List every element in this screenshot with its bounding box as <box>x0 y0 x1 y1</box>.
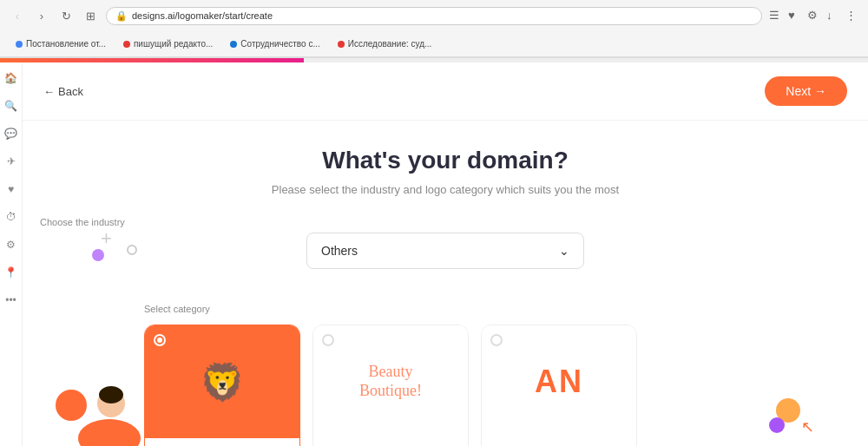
nav-back-btn[interactable]: ‹ <box>9 7 26 24</box>
card-img-icon: 🦁 <box>145 325 299 438</box>
deco-circle-purple2 <box>769 417 785 433</box>
tab-label-4: Исследование: суд... <box>348 39 432 49</box>
category-card-icon[interactable]: 🦁 Icon An easy to remember shape in the … <box>144 325 300 446</box>
sidebar: 🏠 🔍 💬 ✈ ♥ ⏱ ⚙ 📍 ••• <box>0 62 23 446</box>
person-svg <box>75 369 144 446</box>
back-button[interactable]: ← Back <box>43 85 83 98</box>
card-img-name: BeautyBoutique! <box>313 325 468 438</box>
url-bar[interactable]: 🔒 designs.ai/logomaker/start/create <box>106 7 762 25</box>
tab-dot-2 <box>123 41 130 48</box>
sidebar-icon-heart[interactable]: ♥ <box>3 180 20 198</box>
page-header: ← Back Next → <box>23 62 868 121</box>
domain-section: What's your domain? Please select the in… <box>23 121 868 304</box>
tabs-bar: Постановление от... пишущий редакто... С… <box>0 31 868 57</box>
sidebar-icon-settings[interactable]: ⚙ <box>3 236 20 253</box>
initial-text: AN <box>535 364 583 400</box>
lock-icon: 🔒 <box>115 10 128 22</box>
lion-icon: 🦁 <box>200 361 245 403</box>
browser-icon-5[interactable]: ⋮ <box>845 9 859 23</box>
main-content: ← Back Next → What's your domain? Please… <box>23 62 868 446</box>
deco-circle-hollow <box>127 245 137 255</box>
card-radio-icon <box>154 334 166 346</box>
deco-plus-1: + <box>101 227 112 250</box>
person-figure <box>75 369 144 446</box>
tab-label-3: Сотрудничество с... <box>240 39 319 49</box>
tab-label-2: пишущий редакто... <box>134 39 213 49</box>
radio-inner <box>157 338 162 343</box>
tab-label-1: Постановление от... <box>26 39 106 49</box>
url-text: designs.ai/logomaker/start/create <box>132 10 273 21</box>
sidebar-icon-location[interactable]: 📍 <box>3 264 20 281</box>
page-title: What's your domain? <box>322 147 569 174</box>
industry-value: Others <box>321 244 358 258</box>
tab-dot-1 <box>16 41 23 48</box>
tab-1[interactable]: Постановление от... <box>9 37 113 50</box>
card-radio-initial <box>490 334 503 346</box>
browser-top-bar: ‹ › ↻ ⊞ 🔒 designs.ai/logomaker/start/cre… <box>0 0 868 31</box>
sidebar-icon-search[interactable]: 🔍 <box>3 97 20 115</box>
nav-grid-btn[interactable]: ⊞ <box>82 7 99 24</box>
tab-dot-3 <box>230 41 237 48</box>
nav-refresh-btn[interactable]: ↻ <box>57 7 75 24</box>
tab-4[interactable]: Исследование: суд... <box>331 37 439 50</box>
deco-circle-purple <box>92 249 104 261</box>
industry-dropdown[interactable]: Others ⌄ <box>306 233 584 269</box>
card-radio-name <box>322 334 334 346</box>
browser-icons: ☰ ♥ ⚙ ↓ ⋮ <box>769 9 859 23</box>
category-card-name[interactable]: BeautyBoutique! Name Your company name a… <box>312 325 469 446</box>
card-body-initial: Initial Initials as the main element of … <box>482 438 636 446</box>
page-subtitle: Please select the industry and logo cate… <box>272 183 619 196</box>
category-section: Select category 🦁 Icon An easy to rememb… <box>23 304 868 446</box>
browser-icon-2[interactable]: ♥ <box>788 9 802 23</box>
sidebar-icon-clock[interactable]: ⏱ <box>3 208 20 226</box>
browser-icon-4[interactable]: ↓ <box>826 9 840 23</box>
dropdown-chevron-icon: ⌄ <box>559 244 569 258</box>
browser-icon-3[interactable]: ⚙ <box>807 9 821 23</box>
category-cards: 🦁 Icon An easy to remember shape in the … <box>144 325 851 446</box>
svg-point-2 <box>99 386 123 403</box>
industry-label: Choose the industry <box>40 217 318 227</box>
back-label: Back <box>58 85 83 98</box>
card-body-name: Name Your company name as key element of… <box>313 438 468 446</box>
sidebar-icon-send[interactable]: ✈ <box>3 153 20 170</box>
browser-icon-1[interactable]: ☰ <box>769 9 783 23</box>
app-container: 🏠 🔍 💬 ✈ ♥ ⏱ ⚙ 📍 ••• ← Back Next → What's… <box>0 62 868 446</box>
tab-3[interactable]: Сотрудничество с... <box>223 37 326 50</box>
sidebar-icon-more[interactable]: ••• <box>3 292 20 309</box>
browser-chrome: ‹ › ↻ ⊞ 🔒 designs.ai/logomaker/start/cre… <box>0 0 868 58</box>
nav-forward-btn[interactable]: › <box>33 7 50 24</box>
cursor-icon: ↖ <box>801 417 814 436</box>
card-img-initial: AN <box>482 325 636 438</box>
sidebar-icon-chat[interactable]: 💬 <box>3 125 20 142</box>
tab-2[interactable]: пишущий редакто... <box>116 37 220 50</box>
svg-point-0 <box>78 419 141 446</box>
back-arrow-icon: ← <box>43 85 55 98</box>
category-card-initial[interactable]: AN Initial Initials as the main element … <box>481 325 637 446</box>
card-body-icon: Icon An easy to remember shape in the ce… <box>145 438 299 446</box>
sidebar-icon-home[interactable]: 🏠 <box>3 69 20 87</box>
next-button[interactable]: Next → <box>765 76 847 106</box>
beauty-boutique-text: BeautyBoutique! <box>359 363 422 400</box>
tab-dot-4 <box>338 41 345 48</box>
category-label: Select category <box>144 304 851 314</box>
next-label: Next → <box>786 84 826 98</box>
